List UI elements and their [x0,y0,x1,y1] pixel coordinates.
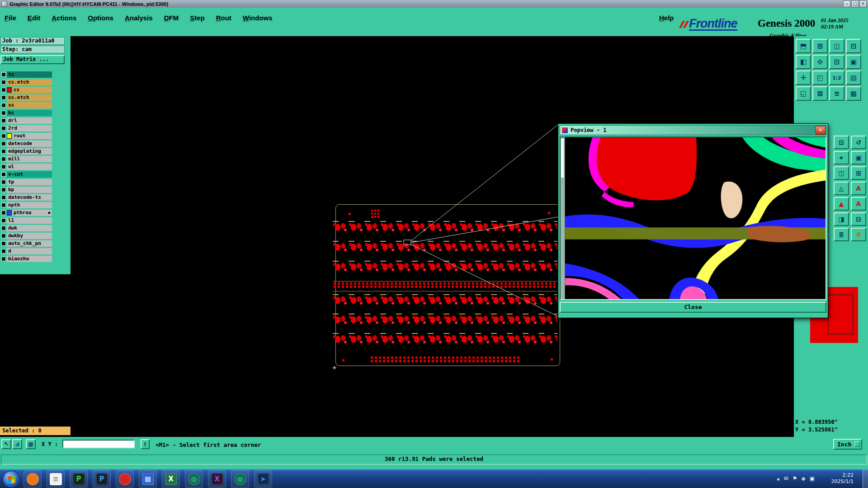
taskbar-app-cam-tool-1[interactable]: ◎ [185,470,203,488]
layer-name[interactable]: npth [7,202,52,208]
layer-row-ts[interactable]: ts [0,70,71,78]
units-button[interactable]: Inch [833,439,862,450]
layer-name[interactable]: d [7,248,52,254]
layer-checkbox[interactable] [1,149,6,154]
view-tool-icon-7[interactable]: ⊡ [829,55,844,69]
side-tool-icon-11[interactable]: ◨ [834,212,849,226]
menu-windows[interactable]: Windows [243,14,273,22]
view-tool-icon-14[interactable]: ⊠ [812,86,828,101]
view-tool-icon-16[interactable]: ▦ [846,86,861,101]
taskbar-app-p-green[interactable]: P [70,470,88,488]
layer-row-dwk[interactable]: dwk [0,224,71,232]
layer-row-cs[interactable]: cs [0,86,71,94]
layer-name[interactable]: dwk [7,225,52,231]
taskbar-app-p-blue[interactable]: P [93,470,111,488]
side-tool-icon-6[interactable]: ⊞ [851,166,866,180]
side-tool-icon-14[interactable]: ⟐ [851,228,866,241]
layer-name[interactable]: datecode-ts [7,194,52,201]
taskbar-app-notepad[interactable]: ≡ [47,470,65,488]
layer-checkbox[interactable] [1,157,6,161]
tray-message-icon[interactable]: ✉ [784,475,788,482]
maximize-button[interactable]: □ [851,0,859,7]
layer-checkbox[interactable] [1,203,6,207]
layer-checkbox[interactable] [1,118,6,123]
menu-actions[interactable]: Actions [52,14,76,22]
popview-titlebar[interactable]: Popview - 1 ✕ [560,125,826,135]
view-tool-icon-1[interactable]: ⬒ [796,39,811,53]
view-tool-icon-8[interactable]: ▣ [846,55,861,69]
view-tool-icon-10[interactable]: ◰ [812,70,828,85]
layer-name[interactable]: tp [7,179,52,185]
layer-row-biaozhu[interactable]: biaozhu [0,255,71,263]
layer-name[interactable]: rout [12,133,52,139]
layer-name[interactable]: ts [7,71,52,78]
view-tool-icon-6[interactable]: ⟐ [812,55,828,69]
layer-checkbox[interactable] [1,134,6,138]
layer-name[interactable]: mill [7,156,52,162]
popview-window[interactable]: Popview - 1 ✕ Close [558,123,828,318]
side-tool-icon-4[interactable]: ▣ [851,151,866,164]
menu-dfm[interactable]: DFM [164,14,179,22]
tray-network-icon[interactable]: ◈ [801,475,805,482]
layer-row-npth[interactable]: npth [0,201,71,209]
layer-row-cs-etch[interactable]: cs.etch [0,78,71,86]
alarm-a-icon-2[interactable]: A [851,197,866,211]
menu-help[interactable]: Help [659,14,674,22]
side-tool-icon-1[interactable]: ⊡ [834,136,849,149]
popview-scrollbar-thumb[interactable] [561,139,564,178]
view-tool-icon-13[interactable]: ◱ [796,86,811,101]
taskbar-app-cam-tool-2[interactable]: ◎ [231,470,249,488]
alarm-triangle-icon[interactable]: ▲ [834,197,849,211]
layer-checkbox[interactable] [1,95,6,100]
layer-checkbox[interactable] [1,88,6,92]
layer-row-dwkby[interactable]: dwkby [0,232,71,239]
layer-name[interactable]: v-cut [7,171,52,178]
layer-name[interactable]: drl [7,117,52,124]
layer-row-drl[interactable]: drl [0,117,71,124]
popview-close-icon[interactable]: ✕ [816,126,826,135]
alarm-a-icon[interactable]: A [851,182,866,195]
layer-checkbox[interactable] [1,195,6,200]
layer-checkbox[interactable] [1,188,6,192]
layer-name[interactable]: cs [12,87,52,93]
select-pointer-button[interactable]: ↖ [1,439,11,449]
layer-row-ss[interactable]: ss [0,101,71,109]
layer-name[interactable]: pthrou▪ [12,210,52,216]
layer-row-d[interactable]: d [0,247,71,255]
layer-row-rout[interactable]: rout [0,132,71,140]
layer-checkbox[interactable] [1,257,6,261]
layer-checkbox[interactable] [1,164,6,169]
layer-row-l1[interactable]: l1 [0,216,71,224]
layer-checkbox[interactable] [1,180,6,184]
view-tool-icon-9[interactable]: ✛ [796,70,811,85]
popview-close-button[interactable]: Close [560,302,826,313]
layer-row-mill[interactable]: mill [0,155,71,163]
layer-checkbox[interactable] [1,141,6,146]
layer-row-ul[interactable]: ul [0,163,71,170]
show-desktop-button[interactable] [863,469,868,488]
side-tool-icon-5[interactable]: ◫ [834,166,849,180]
taskbar-app-red-media[interactable] [116,470,134,488]
layer-name[interactable]: ss [7,102,52,108]
layer-checkbox[interactable] [1,80,6,84]
menu-step[interactable]: Step [190,14,205,22]
layer-row-datecode-ts[interactable]: datecode-ts [0,193,71,201]
popview-content[interactable] [560,136,826,300]
zoom-1-2-icon[interactable]: 1:2 [829,70,844,85]
layer-name[interactable]: l1 [7,217,52,224]
layer-row-pthrou[interactable]: pthrou▪ [0,209,71,216]
start-button[interactable] [3,471,20,488]
layer-name[interactable]: dwkby [7,233,52,239]
layer-checkbox[interactable] [1,241,6,246]
prompt-alert-button[interactable]: ! [141,439,150,449]
taskbar-app-excel[interactable]: X [162,470,180,488]
layer-row-ss-etch[interactable]: ss.etch [0,94,71,101]
taskbar-app-blue-launcher[interactable]: ➤ [254,470,272,488]
taskbar-app-xshell[interactable]: X [208,470,226,488]
layer-name[interactable]: biaozhu [7,256,52,262]
layer-name[interactable]: auto_chk_pn [7,240,52,247]
view-tool-icon-2[interactable]: ⊞ [812,39,828,53]
layer-name[interactable]: datecode [7,141,52,147]
measure-button[interactable]: ⊿ [12,439,22,449]
layer-name[interactable]: ul [7,164,52,170]
